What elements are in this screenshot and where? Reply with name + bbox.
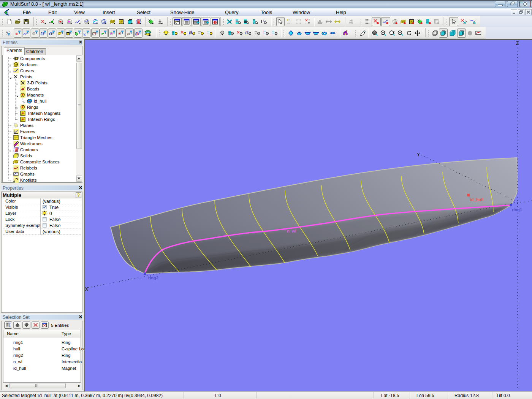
svg-text:A: A xyxy=(263,20,264,23)
svg-text:ring1: ring1 xyxy=(512,207,522,212)
svg-text:x=: x= xyxy=(127,32,130,36)
svg-text:id_hull: id_hull xyxy=(470,197,483,202)
svg-text:1: 1 xyxy=(17,177,19,180)
svg-text:Y: Y xyxy=(417,152,420,157)
svg-text:X: X xyxy=(85,287,88,292)
svg-text:1: 1 xyxy=(6,30,8,33)
svg-text:n_wl: n_wl xyxy=(287,229,296,233)
svg-text:Z: Z xyxy=(516,41,519,46)
svg-text:ring2: ring2 xyxy=(148,276,158,280)
